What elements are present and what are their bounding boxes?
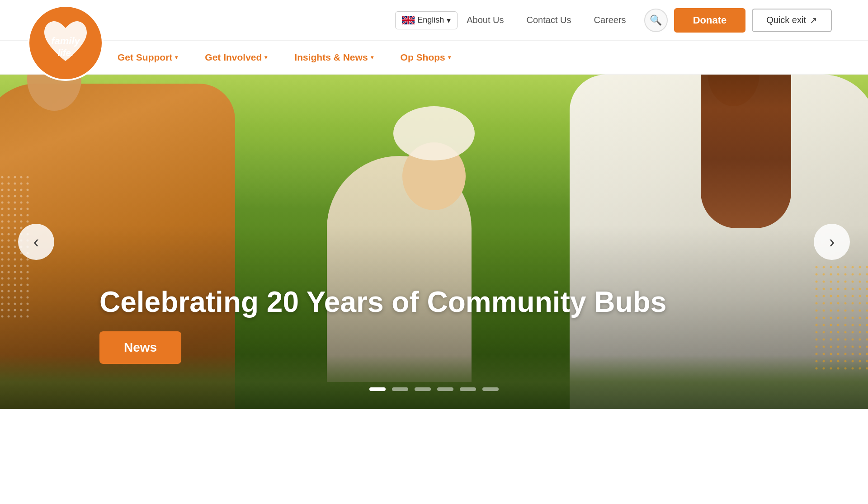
get-support-chevron: ▾ xyxy=(175,54,178,61)
hero-news-button[interactable]: News xyxy=(99,331,181,364)
get-involved-label: Get Involved xyxy=(205,52,262,63)
logo-svg: family life. xyxy=(27,5,104,81)
language-selector[interactable]: English ▾ xyxy=(395,11,458,29)
svg-rect-8 xyxy=(814,264,868,373)
top-nav: About Us Contact Us Careers xyxy=(467,15,626,25)
quick-exit-button[interactable]: Quick exit ↗ xyxy=(752,9,832,32)
hero-content: Celebrating 20 Years of Community Bubs N… xyxy=(99,286,666,364)
main-nav: Get Support ▾ Get Involved ▾ Insights & … xyxy=(0,41,868,75)
header-actions: 🔍 Donate Quick exit ↗ xyxy=(644,8,832,33)
language-label: English xyxy=(417,15,444,25)
slider-next-button[interactable]: › xyxy=(814,224,850,260)
slider-dot-6[interactable] xyxy=(482,387,499,391)
op-shops-chevron: ▾ xyxy=(448,54,451,61)
slider-dots xyxy=(369,387,499,391)
nav-get-support[interactable]: Get Support ▾ xyxy=(118,52,178,63)
slider-dot-4[interactable] xyxy=(437,387,453,391)
nav-about-us[interactable]: About Us xyxy=(467,15,504,25)
svg-text:family: family xyxy=(51,35,80,47)
nav-insights-news[interactable]: Insights & News ▾ xyxy=(294,52,373,63)
person-right-hair xyxy=(701,75,791,228)
uk-flag-icon xyxy=(402,16,415,24)
get-support-label: Get Support xyxy=(118,52,172,63)
nav-get-involved[interactable]: Get Involved ▾ xyxy=(205,52,267,63)
next-icon: › xyxy=(829,233,835,250)
nav-contact-us[interactable]: Contact Us xyxy=(527,15,571,25)
prev-icon: ‹ xyxy=(33,233,39,250)
hero-title: Celebrating 20 Years of Community Bubs xyxy=(99,286,666,318)
svg-text:life.: life. xyxy=(58,48,73,58)
logo[interactable]: family life. xyxy=(27,5,104,83)
header: family life. English ▾ About Us Contact … xyxy=(0,0,868,75)
hero-slider: ‹ Celebrating 20 Years of Community Bubs… xyxy=(0,75,868,409)
nav-op-shops[interactable]: Op Shops ▾ xyxy=(401,52,451,63)
dots-right xyxy=(814,264,868,373)
search-button[interactable]: 🔍 xyxy=(644,9,668,32)
donate-button[interactable]: Donate xyxy=(674,8,746,33)
arrow-icon: ↗ xyxy=(810,15,817,26)
insights-news-chevron: ▾ xyxy=(371,54,373,61)
slider-dot-2[interactable] xyxy=(392,387,408,391)
nav-careers[interactable]: Careers xyxy=(594,15,626,25)
below-hero-section xyxy=(0,409,868,499)
chevron-down-icon: ▾ xyxy=(447,15,451,25)
slider-dot-1[interactable] xyxy=(369,387,386,391)
get-involved-chevron: ▾ xyxy=(264,54,267,61)
slider-dot-5[interactable] xyxy=(460,387,476,391)
slider-dot-3[interactable] xyxy=(415,387,431,391)
slider-prev-button[interactable]: ‹ xyxy=(18,224,54,260)
header-top-row: family life. English ▾ About Us Contact … xyxy=(0,0,868,41)
op-shops-label: Op Shops xyxy=(401,52,445,63)
quick-exit-label: Quick exit xyxy=(766,15,806,25)
search-icon: 🔍 xyxy=(650,14,662,26)
insights-news-label: Insights & News xyxy=(294,52,368,63)
baby-hat xyxy=(393,106,475,160)
